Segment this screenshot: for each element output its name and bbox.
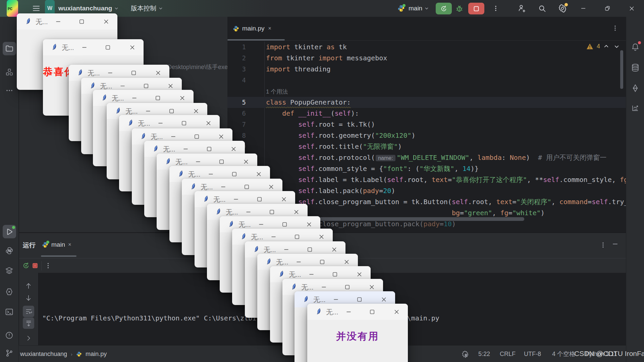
interpreter-warning-icon[interactable] [461,350,469,358]
run-minimize-icon[interactable] [612,241,618,247]
popup-maximize-button[interactable] [365,304,379,320]
code-token: = [379,187,383,195]
status-line-separator[interactable]: CRLF [500,346,516,362]
code-with-me-icon[interactable] [517,0,526,17]
code-line[interactable]: 12 self.label = tk.Label(self.root, text… [227,174,626,185]
tk-feather-icon [315,308,322,315]
rail-endpoints-icon[interactable] [3,285,16,298]
horizontal-scrollbar[interactable] [315,217,524,221]
popup-titlebar[interactable]: 无... [307,304,408,320]
rerun-button[interactable] [436,3,452,14]
code-token: "关闭程序" [517,198,551,206]
code-line[interactable]: 3import threading [227,64,626,75]
tk-feather-icon [303,296,310,303]
pycharm-logo-icon[interactable]: PC [7,0,18,17]
run-config-selector[interactable]: main [409,0,429,17]
window-minimize-button[interactable] [574,0,592,17]
popup-minimize-button[interactable] [51,13,65,29]
tab-main-py[interactable]: main.py × [233,17,271,40]
rerun-icon[interactable] [22,262,30,269]
code-line[interactable]: 4 [227,75,626,86]
rail-structure-icon[interactable] [3,65,16,79]
run-header-kebab-icon[interactable] [600,242,606,248]
vertical-scrollbar[interactable] [620,50,623,89]
line-number: 2 [227,53,246,64]
code-token: text [496,198,512,206]
line-number: 1 [227,42,246,53]
status-caret-position[interactable]: 5:22 [478,346,490,362]
code-token: .root.protocol( [315,154,375,162]
rail-ai-assistant-icon[interactable] [629,81,642,95]
run-toolbar-kebab-icon[interactable] [45,262,52,269]
rail-database-icon[interactable] [629,61,642,74]
soft-wrap-icon[interactable] [23,306,34,317]
popup-minimize-button[interactable] [342,304,355,320]
rail-services-icon[interactable] [3,264,16,277]
toolbar-kebab-icon[interactable] [492,0,499,17]
rail-project-icon[interactable] [3,42,16,55]
popup-titlebar[interactable]: 无... [43,39,144,55]
code-line[interactable]: 10 self.root.protocol(name:"WM_DELETE_WI… [227,152,626,163]
window-close-button[interactable] [623,0,641,17]
console-expand-icon[interactable] [23,333,34,344]
rail-more-tool-windows-icon[interactable] [3,84,16,97]
console-down-icon[interactable] [23,292,34,304]
line-number: 3 [227,64,246,75]
popup-maximize-button[interactable] [101,39,114,55]
code-line[interactable]: 5class PopupGenerator: [227,97,626,108]
rail-run-icon[interactable] [3,225,16,238]
tab-close-icon[interactable]: × [268,25,271,32]
code-line[interactable]: 7 self.root = tk.Tk() [227,119,626,130]
code-token: .root.geometry( [315,131,375,139]
code-line[interactable]: 2from tkinter import messagebox [227,53,626,64]
code-line[interactable]: 8 self.root.geometry("200x120") [227,130,626,141]
code-token: pady [363,187,379,195]
tk-feather-icon [278,270,285,278]
code-token: self [298,120,314,128]
code-line[interactable]: 6 def __init__(self): [227,108,626,119]
popup-title: 无... [276,258,288,267]
code-token: class [266,98,286,106]
status-indent[interactable]: 4 个空格 [552,346,575,362]
status-encoding[interactable]: UTF-8 [524,346,541,362]
tk-feather-icon [215,208,222,215]
code-token [266,165,298,173]
popup-window[interactable]: 无...并没有用 [307,304,408,362]
rail-version-control-icon[interactable] [3,346,16,360]
console-up-icon[interactable] [23,280,34,292]
code-text: self.common_style = {"font": ("华文新魏", 14… [266,163,479,174]
stop-icon[interactable] [32,262,38,269]
vcs-menu[interactable]: 版本控制 [131,0,163,17]
window-restore-button[interactable] [598,0,616,17]
rail-python-console-icon[interactable] [3,244,16,257]
popup-close-button[interactable] [390,304,403,320]
rail-terminal-icon[interactable] [3,305,16,318]
code-token: lambda [477,154,501,162]
popup-maximize-button[interactable] [75,13,88,29]
code-token: "200x120" [375,131,411,139]
code-token: "green" [464,209,492,217]
rail-profiler-icon[interactable] [629,101,642,115]
run-tab-close-icon[interactable]: × [68,242,71,248]
popup-close-button[interactable] [125,39,139,55]
rail-problems-icon[interactable] [3,328,16,342]
code-line[interactable]: 9 self.root.title("无限弹窗") [227,141,626,152]
run-tab-main[interactable]: main × [42,241,71,248]
code-line[interactable]: 11 self.common_style = {"font": ("华文新魏",… [227,163,626,174]
debug-button[interactable] [455,0,464,17]
popup-minimize-button[interactable] [77,39,91,55]
code-line[interactable]: 1 个用法 [227,86,626,97]
code-line[interactable]: 1import tkinter as tk [227,42,626,53]
rail-notifications-icon[interactable] [629,40,642,54]
popup-close-button[interactable] [99,13,113,29]
settings-gear-icon[interactable] [558,0,567,17]
popup-title: 无... [326,308,338,317]
stop-button[interactable] [468,3,484,14]
scroll-to-end-icon[interactable] [23,317,34,329]
editor-kebab-icon[interactable] [612,25,619,32]
popup-titlebar[interactable]: 无... [17,13,117,29]
tk-feather-icon [51,44,58,51]
code-token: )} [471,165,479,173]
search-icon[interactable] [538,0,546,17]
code-token: "WM_DELETE_WINDOW" [397,154,470,162]
